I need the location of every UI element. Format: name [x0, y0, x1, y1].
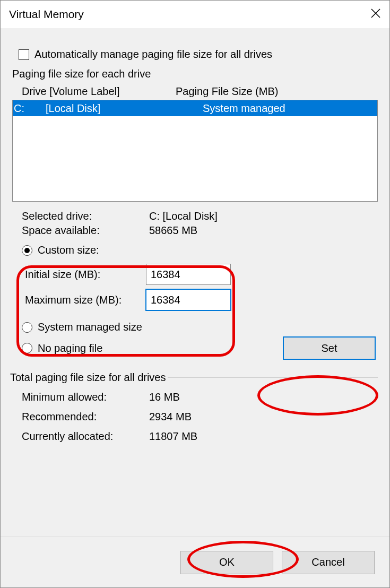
close-icon	[370, 8, 381, 19]
header-drive: Drive [Volume Label]	[22, 85, 176, 98]
drive-list-header: Drive [Volume Label] Paging File Size (M…	[12, 82, 378, 99]
maximum-size-input[interactable]	[146, 289, 231, 310]
initial-size-input[interactable]	[146, 264, 231, 285]
selected-drive-label: Selected drive:	[22, 210, 149, 222]
recommended-label: Recommended:	[22, 411, 149, 423]
window-title: Virtual Memory	[9, 8, 84, 21]
maximum-size-label: Maximum size (MB):	[22, 294, 146, 306]
drive-list[interactable]: C: [Local Disk] System managed	[12, 100, 378, 202]
recommended-value: 2934 MB	[149, 411, 192, 423]
min-allowed-label: Minimum allowed:	[22, 391, 149, 403]
custom-size-radio[interactable]	[22, 245, 32, 256]
no-paging-label: No paging file	[38, 342, 102, 354]
drive-volume: [Local Disk]	[46, 102, 203, 115]
ok-button[interactable]: OK	[180, 551, 273, 574]
drive-group: Paging file size for each drive Drive [V…	[12, 68, 378, 367]
drive-letter: C:	[14, 102, 46, 115]
dialog-footer: OK Cancel	[1, 537, 389, 587]
virtual-memory-dialog: Virtual Memory Automatically manage pagi…	[0, 0, 390, 588]
drive-row-c[interactable]: C: [Local Disk] System managed	[13, 100, 377, 116]
drive-group-label: Paging file size for each drive	[12, 68, 378, 80]
close-button[interactable]	[370, 8, 381, 21]
header-size: Paging File Size (MB)	[176, 85, 278, 98]
totals-group: Total paging file size for all drives Mi…	[12, 371, 378, 450]
cancel-button[interactable]: Cancel	[282, 551, 375, 574]
dialog-body: Automatically manage paging file size fo…	[1, 28, 389, 537]
min-allowed-value: 16 MB	[149, 391, 180, 403]
current-alloc-value: 11807 MB	[149, 430, 197, 443]
drive-size: System managed	[203, 102, 377, 115]
initial-size-label: Initial size (MB):	[22, 269, 146, 281]
current-alloc-label: Currently allocated:	[22, 430, 149, 443]
auto-manage-label: Automatically manage paging file size fo…	[34, 48, 272, 60]
space-available-value: 58665 MB	[149, 224, 197, 237]
auto-manage-checkbox[interactable]	[19, 49, 29, 60]
space-available-label: Space available:	[22, 224, 149, 237]
system-managed-label: System managed size	[38, 321, 142, 333]
set-button[interactable]: Set	[283, 336, 376, 360]
totals-legend: Total paging file size for all drives	[10, 371, 168, 384]
titlebar: Virtual Memory	[1, 1, 389, 28]
no-paging-radio[interactable]	[22, 343, 32, 353]
system-managed-radio[interactable]	[22, 322, 32, 333]
custom-size-label: Custom size:	[38, 244, 99, 256]
selected-drive-value: C: [Local Disk]	[149, 210, 218, 222]
